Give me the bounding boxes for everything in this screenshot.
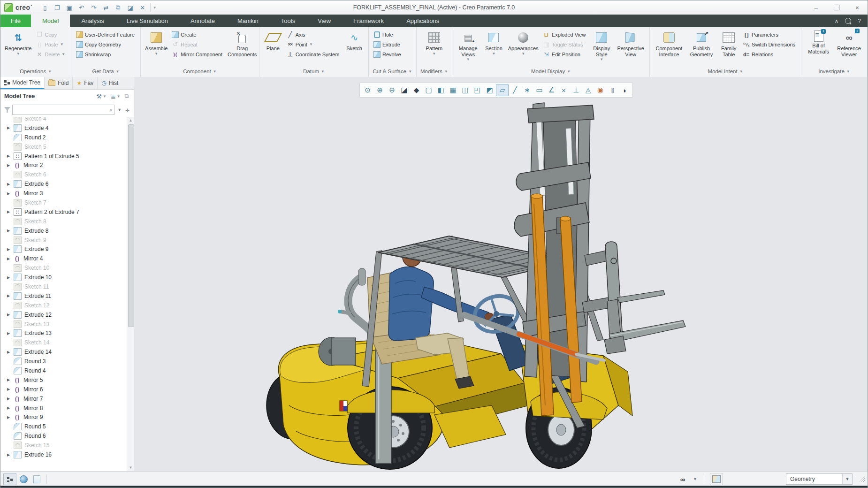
tab-folders[interactable]: Fold	[45, 77, 73, 89]
plane-button[interactable]: Plane	[262, 29, 284, 52]
render-window-icon[interactable]: ◗	[619, 84, 631, 96]
tab-live-simulation[interactable]: Live Simulation	[115, 15, 179, 27]
expand-arrow-icon[interactable]	[7, 387, 14, 391]
scroll-down-icon[interactable]: ▼	[127, 464, 134, 471]
refit-icon[interactable]: ⊙	[362, 84, 373, 96]
repaint-icon[interactable]: ◪	[398, 84, 410, 96]
view-orient-icon[interactable]: ◰	[472, 84, 483, 96]
command-search-icon[interactable]	[845, 18, 851, 24]
repeat-button[interactable]: Repeat	[170, 39, 225, 49]
group-label-datum[interactable]: Datum▼	[259, 67, 368, 77]
tab-favorites[interactable]: ★ Fav	[73, 77, 98, 89]
expand-arrow-icon[interactable]	[7, 154, 14, 158]
add-filter-icon[interactable]: +	[124, 106, 130, 114]
tree-item[interactable]: Extrude 11	[0, 291, 127, 301]
hole-button[interactable]: Hole	[372, 30, 404, 39]
publish-geometry-button[interactable]: Publish Geometry	[686, 29, 716, 57]
forklift-model[interactable]	[134, 77, 868, 471]
tab-view[interactable]: View	[306, 15, 342, 27]
tree-search-input[interactable]	[15, 106, 109, 114]
tab-tools[interactable]: Tools	[270, 15, 306, 27]
expand-arrow-icon[interactable]	[7, 453, 14, 457]
plane-display-icon[interactable]: ▱	[496, 84, 509, 96]
pattern-button[interactable]: Pattern ▼	[420, 29, 448, 56]
tab-model-tree[interactable]: Model Tree	[0, 77, 45, 89]
tree-item[interactable]: Mirror 8	[0, 404, 127, 413]
revolve-button[interactable]: Revolve	[372, 49, 404, 59]
find-button[interactable]: ∞	[676, 473, 688, 485]
group-label-modifiers[interactable]: Modifiers▼	[417, 67, 452, 77]
tree-show-button[interactable]: ⧉	[123, 92, 130, 101]
tree-item[interactable]: Sketch 5	[0, 142, 127, 152]
tree-item[interactable]: Extrude 13	[0, 328, 127, 338]
tab-manikin[interactable]: Manikin	[226, 15, 270, 27]
box-select-button[interactable]	[710, 473, 723, 485]
tab-file[interactable]: File	[0, 15, 31, 27]
expand-arrow-icon[interactable]	[7, 247, 14, 252]
windows-icon[interactable]: ⧉	[113, 2, 124, 13]
expand-arrow-icon[interactable]	[7, 163, 14, 168]
csys-tag-icon[interactable]: ⊥	[570, 84, 582, 96]
annotation-display-icon[interactable]: ◬	[582, 84, 594, 96]
shrinkwrap-button[interactable]: Shrinkwrap	[74, 49, 137, 59]
tree-item[interactable]: Sketch 6	[0, 170, 127, 179]
tree-item[interactable]: Extrude 10	[0, 273, 127, 282]
coordinate-system-button[interactable]: Coordinate System	[285, 49, 343, 59]
expand-arrow-icon[interactable]	[7, 275, 14, 280]
chevron-down-icon[interactable]: ▼	[842, 474, 852, 484]
exploded-view-button[interactable]: Exploded View	[541, 30, 589, 39]
tree-item[interactable]: Mirror 7	[0, 394, 127, 404]
relations-button[interactable]: Relations	[741, 49, 798, 59]
tree-item[interactable]: Mirror 6	[0, 385, 127, 394]
edit-position-button[interactable]: Edit Position	[541, 49, 589, 59]
expand-arrow-icon[interactable]	[7, 313, 14, 317]
group-label-investigate[interactable]: Investigate▼	[801, 67, 867, 77]
user-defined-feature-button[interactable]: User-Defined Feature	[74, 30, 137, 39]
search-options-icon[interactable]: ▼	[116, 107, 122, 112]
tree-item[interactable]: Extrude 8	[0, 226, 127, 236]
tree-settings-button[interactable]: ≣▼	[109, 92, 122, 101]
perspective-view-button[interactable]: Perspective View	[615, 29, 647, 57]
open-icon[interactable]: ❐	[52, 2, 63, 13]
tree-item[interactable]: Round 3	[0, 357, 127, 366]
tree-item[interactable]: Sketch 12	[0, 301, 127, 310]
zoom-out-icon[interactable]: ⊖	[386, 84, 398, 96]
toggle-status-button[interactable]: Toggle Status	[541, 39, 589, 49]
point-display-icon[interactable]: ∗	[521, 84, 533, 96]
tab-annotate[interactable]: Annotate	[179, 15, 226, 27]
tree-item[interactable]: Sketch 10	[0, 263, 127, 273]
tree-item[interactable]: Sketch 9	[0, 236, 127, 245]
clear-search-icon[interactable]: ×	[109, 107, 112, 113]
minimize-button[interactable]: –	[806, 0, 826, 15]
tree-item[interactable]: Mirror 9	[0, 413, 127, 422]
tab-framework[interactable]: Framework	[342, 15, 395, 27]
tree-item[interactable]: Mirror 5	[0, 375, 127, 385]
expand-arrow-icon[interactable]	[7, 378, 14, 382]
plane-tag-icon[interactable]: ▭	[533, 84, 545, 96]
tree-item[interactable]: Round 6	[0, 431, 127, 441]
parameters-button[interactable]: Parameters	[741, 30, 798, 39]
shaded-view-icon[interactable]: ◩	[484, 84, 495, 96]
tree-item[interactable]: Extrude 16	[0, 450, 127, 459]
tree-item[interactable]: Extrude 14	[0, 347, 127, 357]
point-tag-icon[interactable]: ×	[558, 84, 570, 96]
tree-item[interactable]: Sketch 11	[0, 282, 127, 291]
assemble-button[interactable]: Assemble ▼	[144, 29, 169, 56]
expand-arrow-icon[interactable]	[7, 415, 14, 419]
regenerate-icon[interactable]: ⇄	[100, 2, 112, 13]
tree-item[interactable]: Pattern 2 of Extrude 7	[0, 207, 127, 217]
expand-arrow-icon[interactable]	[7, 396, 14, 401]
tab-analysis[interactable]: Analysis	[70, 15, 115, 27]
manage-views-button[interactable]: Manage Views ▼	[455, 29, 481, 61]
pause-icon[interactable]: ‖	[607, 84, 618, 96]
tab-applications[interactable]: Applications	[395, 15, 450, 27]
tree-item[interactable]: Extrude 4	[0, 123, 127, 133]
group-label-get-data[interactable]: Get Data▼	[71, 67, 140, 77]
qat-customize-icon[interactable]: ▼	[152, 6, 157, 10]
point-button[interactable]: Point▼	[285, 39, 343, 49]
activate-icon[interactable]: ◪	[125, 2, 136, 13]
tree-item[interactable]: Round 5	[0, 422, 127, 431]
expand-arrow-icon[interactable]	[7, 126, 14, 130]
section-button[interactable]: Section ▼	[482, 29, 505, 56]
expand-arrow-icon[interactable]	[7, 294, 14, 298]
